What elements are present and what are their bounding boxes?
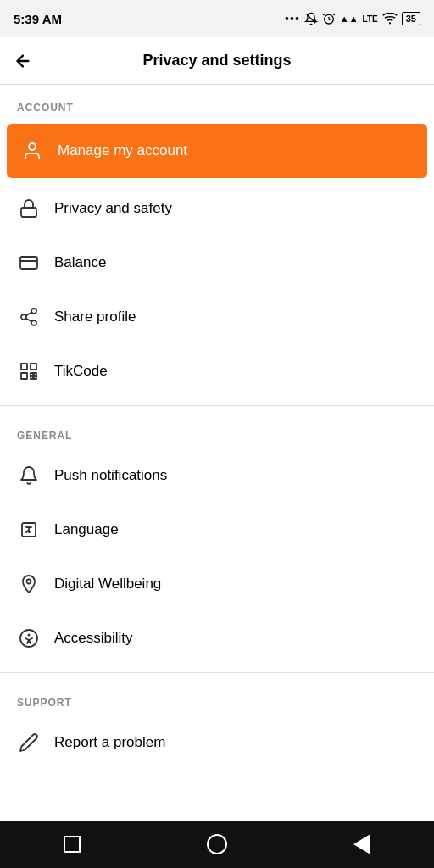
- status-time: 5:39 AM: [14, 12, 62, 26]
- language-label: Language: [54, 521, 119, 538]
- mute-icon: [304, 12, 318, 25]
- menu-item-balance[interactable]: Balance: [0, 236, 434, 290]
- accessibility-icon: [17, 626, 41, 650]
- alarm-icon: [322, 12, 336, 25]
- page-title: Privacy and settings: [142, 52, 291, 70]
- back-button[interactable]: [14, 52, 32, 70]
- tikcode-icon: [17, 359, 41, 383]
- svg-line-11: [26, 313, 32, 316]
- status-bar: 5:39 AM ••• ▲▲ LTE 35: [0, 0, 434, 37]
- accessibility-label: Accessibility: [54, 630, 133, 647]
- balance-icon: [17, 251, 41, 275]
- balance-label: Balance: [54, 254, 106, 271]
- wifi-icon: [382, 13, 398, 25]
- menu-item-tikcode[interactable]: TikCode: [0, 344, 434, 398]
- push-notifications-label: Push notifications: [54, 467, 167, 484]
- nav-square-icon: [64, 836, 81, 853]
- settings-content: ACCOUNT Manage my account Privacy and sa…: [0, 85, 434, 821]
- share-profile-label: Share profile: [54, 309, 136, 326]
- svg-point-3: [29, 143, 36, 150]
- section-account-label: ACCOUNT: [0, 85, 434, 120]
- battery-icon: 35: [402, 12, 420, 25]
- nav-home-button[interactable]: [192, 827, 242, 861]
- svg-point-2: [389, 22, 391, 24]
- privacy-safety-label: Privacy and safety: [54, 200, 172, 217]
- svg-rect-12: [21, 364, 27, 370]
- menu-item-push-notifications[interactable]: Push notifications: [0, 448, 434, 503]
- section-account: ACCOUNT Manage my account Privacy and sa…: [0, 85, 434, 398]
- manage-account-icon: [20, 139, 44, 163]
- svg-line-10: [26, 319, 32, 322]
- menu-item-manage-account[interactable]: Manage my account: [7, 124, 427, 178]
- svg-rect-5: [20, 257, 37, 269]
- section-support-label: SUPPORT: [0, 680, 434, 715]
- status-icons: ••• ▲▲ LTE 35: [285, 12, 420, 25]
- menu-item-privacy-safety[interactable]: Privacy and safety: [0, 181, 434, 236]
- svg-rect-13: [31, 364, 36, 370]
- report-problem-icon: [17, 731, 41, 754]
- section-general: GENERAL Push notifications Language: [0, 413, 434, 665]
- report-problem-label: Report a problem: [54, 734, 165, 751]
- svg-rect-16: [34, 376, 36, 379]
- signal-dots-icon: •••: [285, 12, 300, 25]
- svg-point-21: [20, 630, 37, 647]
- menu-item-language[interactable]: Language: [0, 503, 434, 557]
- section-divider-2: [0, 672, 434, 673]
- section-support: SUPPORT Report a problem: [0, 680, 434, 770]
- svg-rect-14: [21, 373, 27, 379]
- digital-wellbeing-label: Digital Wellbeing: [54, 576, 161, 593]
- svg-rect-15: [31, 373, 33, 376]
- nav-triangle-icon: [353, 834, 370, 854]
- manage-account-label: Manage my account: [58, 142, 187, 159]
- nav-square-button[interactable]: [47, 827, 97, 861]
- tikcode-label: TikCode: [54, 363, 108, 380]
- nav-back-button[interactable]: [337, 827, 387, 861]
- privacy-safety-icon: [17, 197, 41, 220]
- push-notifications-icon: [17, 464, 41, 487]
- language-icon: [17, 518, 41, 542]
- svg-point-22: [28, 634, 31, 637]
- app-header: Privacy and settings: [0, 37, 434, 85]
- menu-item-digital-wellbeing[interactable]: Digital Wellbeing: [0, 557, 434, 611]
- share-profile-icon: [17, 305, 41, 329]
- digital-wellbeing-icon: [17, 572, 41, 596]
- svg-point-20: [27, 580, 31, 584]
- svg-rect-18: [34, 373, 36, 376]
- section-general-label: GENERAL: [0, 413, 434, 448]
- signal-bars-icon: ▲▲: [340, 14, 359, 24]
- menu-item-report-problem[interactable]: Report a problem: [0, 715, 434, 770]
- svg-rect-4: [21, 208, 36, 217]
- menu-item-accessibility[interactable]: Accessibility: [0, 611, 434, 665]
- nav-circle-icon: [207, 834, 227, 854]
- svg-rect-17: [31, 376, 33, 379]
- menu-item-share-profile[interactable]: Share profile: [0, 290, 434, 344]
- lte-icon: LTE: [363, 14, 378, 24]
- bottom-navigation: [0, 821, 434, 868]
- section-divider-1: [0, 405, 434, 406]
